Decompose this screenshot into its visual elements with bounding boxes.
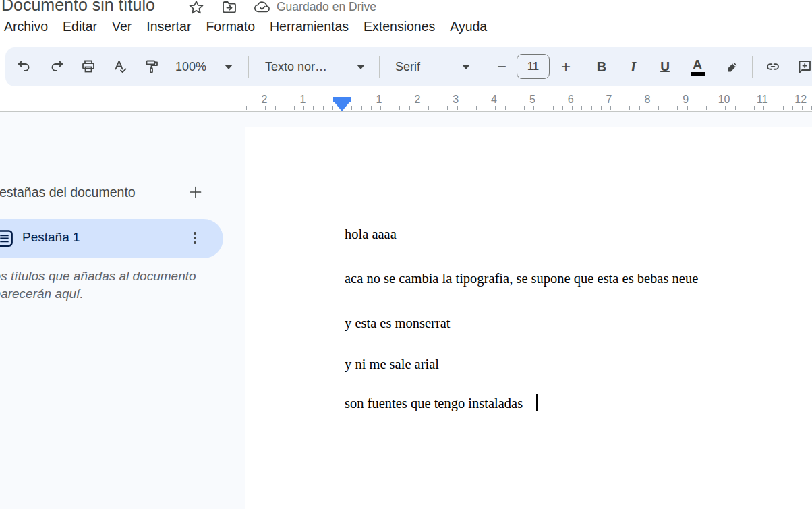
toolbar-divider <box>486 56 486 78</box>
ruler: 21123456789101112 <box>0 86 812 112</box>
ruler-number: 8 <box>644 94 650 106</box>
decrease-font-size-button[interactable]: − <box>488 53 515 80</box>
redo-icon <box>49 59 65 75</box>
saved-status[interactable]: Guardado en Drive <box>277 0 376 14</box>
toolbar-divider <box>752 56 753 78</box>
tab-options-button[interactable] <box>192 231 198 245</box>
bold-button[interactable]: B <box>588 53 615 80</box>
zoom-value[interactable]: 100% <box>175 47 206 86</box>
plus-icon <box>187 184 204 200</box>
spellcheck-button[interactable] <box>107 53 134 80</box>
increase-font-size-button[interactable]: + <box>552 53 579 80</box>
print-icon <box>80 59 96 75</box>
doc-paragraph: son fuentes que tengo instaladas <box>345 394 523 412</box>
work-area: Pestañas del documento Pestaña 1 Los tít… <box>0 112 812 509</box>
menubar: Archivo Editar Ver Insertar Formato Herr… <box>0 18 494 36</box>
menu-insertar[interactable]: Insertar <box>139 18 198 36</box>
print-button[interactable] <box>75 53 102 80</box>
chevron-down-icon[interactable] <box>357 65 365 69</box>
paint-format-icon <box>144 59 160 75</box>
italic-button[interactable]: I <box>620 53 647 80</box>
document-page[interactable]: hola aaaa aca no se cambia la tipografía… <box>245 127 812 509</box>
google-docs-window: Documento sin título Guardado en Drive A… <box>0 0 812 509</box>
ruler-number: 10 <box>718 94 730 106</box>
font-family-value[interactable]: Serif <box>395 47 420 86</box>
ruler-ticks <box>246 106 812 110</box>
ruler-number: 4 <box>491 94 497 106</box>
ruler-number: 2 <box>414 94 420 106</box>
menu-ver[interactable]: Ver <box>105 18 139 36</box>
add-comment-icon <box>796 59 812 75</box>
ruler-number: 11 <box>757 94 768 106</box>
menu-extensiones[interactable]: Extensiones <box>356 18 442 36</box>
tab-pestana-1[interactable]: Pestaña 1 <box>0 219 223 258</box>
redo-button[interactable] <box>43 53 70 80</box>
highlighter-icon <box>724 59 741 75</box>
cloud-done-icon[interactable] <box>254 0 271 16</box>
undo-icon <box>16 59 32 75</box>
ruler-number: 12 <box>794 94 807 106</box>
doc-paragraph: hola aaaa <box>345 225 397 243</box>
undo-button[interactable] <box>11 53 38 80</box>
text-color-button[interactable]: A <box>684 53 711 80</box>
left-indent-marker[interactable] <box>335 102 349 111</box>
paint-format-button[interactable] <box>138 53 165 80</box>
toolbar: 100% Texto nor… Serif − 11 + B I U A <box>5 47 812 86</box>
underline-button[interactable]: U <box>651 53 678 80</box>
document-tab-icon <box>0 229 13 247</box>
move-folder-icon[interactable] <box>221 0 238 16</box>
add-comment-button[interactable] <box>791 53 812 80</box>
menu-formato[interactable]: Formato <box>198 18 262 36</box>
toolbar-divider <box>248 56 249 78</box>
menu-ayuda[interactable]: Ayuda <box>442 18 494 36</box>
document-tabs-header: Pestañas del documento <box>0 185 136 200</box>
link-icon <box>765 59 781 75</box>
tabs-hint-text: Los títulos que añadas al documento apar… <box>0 268 196 303</box>
toolbar-divider <box>379 56 380 78</box>
paragraph-style-value[interactable]: Texto nor… <box>265 47 327 86</box>
ruler-number: 9 <box>683 94 689 106</box>
chevron-down-icon[interactable] <box>225 65 233 69</box>
tab-label: Pestaña 1 <box>22 230 80 245</box>
toolbar-divider <box>583 56 583 78</box>
ruler-number: 5 <box>529 94 535 106</box>
ruler-number: 2 <box>262 94 268 106</box>
ruler-number: 7 <box>606 94 612 106</box>
doc-paragraph: y esta es monserrat <box>345 314 451 332</box>
chevron-down-icon[interactable] <box>462 65 470 69</box>
highlight-color-button[interactable] <box>719 53 746 80</box>
text-cursor <box>536 394 538 411</box>
doc-paragraph: aca no se cambia la tipografía, se supon… <box>345 270 698 287</box>
menu-archivo[interactable]: Archivo <box>0 18 55 36</box>
document-title[interactable]: Documento sin título <box>1 0 155 15</box>
doc-paragraph: y ni me sale arial <box>345 355 439 373</box>
ruler-number: 1 <box>299 94 306 106</box>
first-line-indent-marker[interactable] <box>333 97 351 102</box>
text-color-icon: A <box>691 58 705 76</box>
font-size-input[interactable]: 11 <box>517 54 550 79</box>
ruler-number: 1 <box>376 94 382 106</box>
ruler-number: 3 <box>453 94 459 106</box>
ruler-number: 6 <box>568 94 574 106</box>
spellcheck-icon <box>112 59 128 75</box>
insert-link-button[interactable] <box>759 53 786 80</box>
menu-editar[interactable]: Editar <box>55 18 105 36</box>
menu-herramientas[interactable]: Herramientas <box>262 18 356 36</box>
star-icon[interactable] <box>187 0 205 16</box>
add-tab-button[interactable] <box>187 183 204 201</box>
